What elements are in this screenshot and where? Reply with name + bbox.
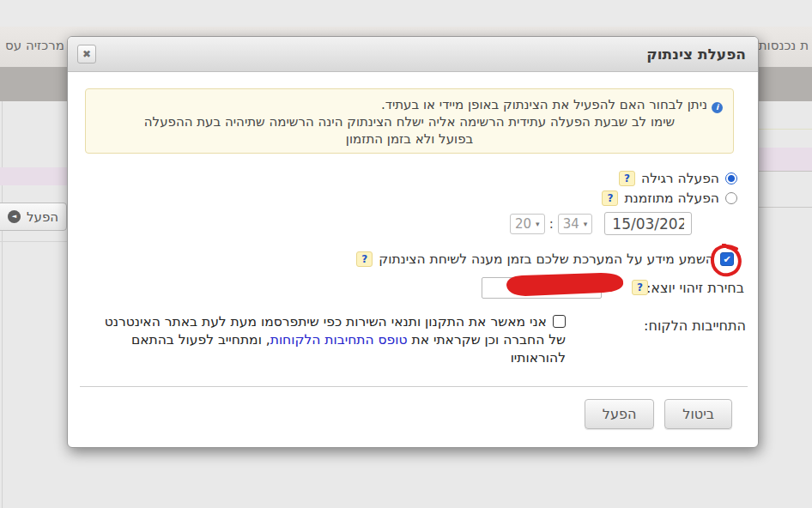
play-info-row: ✔ השמע מידע על המערכת שלכם בזמן מענה לשי… (356, 251, 734, 267)
radio-row-scheduled: הפעלה מתוזמנת ? (602, 190, 737, 206)
hour-value: 20 (515, 215, 531, 233)
info-text-1: ניתן לבחור האם להפעיל את הצינתוק באופן מ… (381, 97, 707, 112)
activate-button[interactable]: הפעל (585, 399, 655, 429)
help-icon[interactable]: ? (632, 280, 648, 295)
close-icon[interactable]: ✖ (77, 45, 96, 64)
table-row-highlight (759, 148, 812, 171)
dialog-title: הפעלת צינתוק (646, 37, 746, 71)
commitment-form-link[interactable]: טופס התחיבות הלקוחות (270, 332, 408, 348)
info-text-2: שימו לב שבעת הפעלה עתידית הרשימה אליה יש… (96, 113, 723, 130)
page-activate-button[interactable]: ◄ הפעל (0, 203, 67, 231)
minute-select[interactable]: 34▾ (558, 214, 593, 234)
footer-divider (80, 386, 748, 387)
table-row-divider (759, 207, 812, 208)
radio-row-normal: הפעלה רגילה ? (619, 171, 737, 186)
time-separator: : (549, 216, 554, 232)
chevron-down-icon: ▾ (584, 220, 588, 228)
table-row-divider (759, 171, 812, 172)
hour-select[interactable]: 20▾ (510, 214, 545, 234)
page-activate-label: הפעל (27, 209, 58, 225)
play-info-label: השמע מידע על המערכת שלכם בזמן מענה לשיחת… (379, 251, 714, 267)
activate-callback-dialog: הפעלת צינתוק ✖ iניתן לבחור האם להפעיל את… (67, 36, 759, 448)
caller-id-select[interactable]: ··········· (482, 277, 602, 299)
help-icon[interactable]: ? (602, 190, 618, 206)
radio-scheduled-label: הפעלה מתוזמנת (624, 190, 719, 206)
footer-buttons: ביטול הפעל (585, 399, 732, 429)
play-icon: ◄ (8, 210, 21, 223)
page-top-strip (0, 0, 812, 27)
table-row-divider (759, 129, 812, 130)
page-column-divider (2, 101, 3, 508)
cancel-button[interactable]: ביטול (664, 399, 732, 429)
help-icon[interactable]: ? (619, 171, 635, 186)
schedule-time-row: 20▾ : 34▾ (510, 212, 692, 235)
commitment-paragraph: אני מאשר את התקנון ותנאי השירות כפי שיתפ… (102, 313, 566, 367)
tab-incoming-calls[interactable]: ת נכנסות (759, 38, 809, 53)
radio-normal-label: הפעלה רגילה (641, 171, 719, 186)
minute-value: 34 (563, 215, 579, 233)
info-text-3: בפועל ולא בזמן התזמון (96, 130, 723, 148)
radio-normal-activation[interactable] (725, 172, 737, 184)
info-icon: i (712, 102, 723, 113)
caller-id-label: בחירת זיהוי יוצא: (646, 280, 744, 296)
info-line-1: iניתן לבחור האם להפעיל את הצינתוק באופן … (96, 96, 723, 113)
play-info-checkbox[interactable]: ✔ (720, 252, 734, 266)
commitment-label: התחייבות הלקוח: (644, 318, 746, 334)
commitment-checkbox[interactable] (553, 315, 566, 328)
radio-scheduled-activation[interactable] (725, 192, 737, 204)
tab-pbx[interactable]: מרכזיה עס (5, 38, 64, 53)
date-input[interactable] (604, 212, 692, 235)
chevron-down-icon: ▾ (536, 220, 540, 228)
help-icon[interactable]: ? (356, 251, 373, 267)
info-box: iניתן לבחור האם להפעיל את הצינתוק באופן … (85, 88, 734, 154)
table-row-highlight (0, 167, 67, 185)
table-row-divider (0, 241, 67, 242)
